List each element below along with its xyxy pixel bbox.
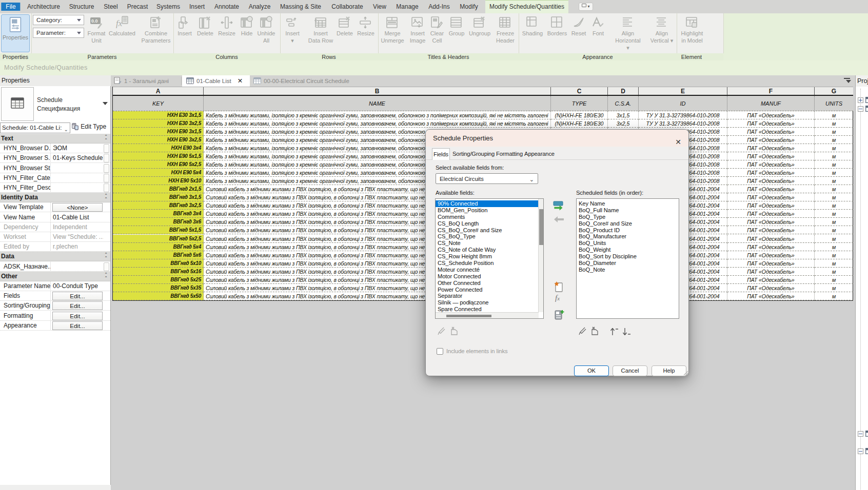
svg-text:fx: fx: [116, 18, 123, 28]
svg-text:0.0: 0.0: [91, 18, 98, 24]
